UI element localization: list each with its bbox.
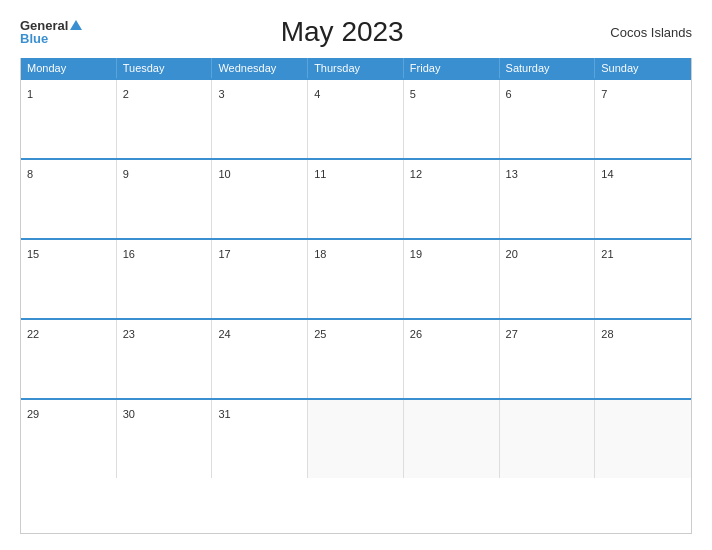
calendar-header-saturday: Saturday <box>500 58 596 78</box>
calendar-cell: 19 <box>404 240 500 318</box>
calendar-cell <box>404 400 500 478</box>
day-number: 4 <box>314 88 320 100</box>
calendar-body: 1234567891011121314151617181920212223242… <box>21 78 691 478</box>
calendar-cell: 6 <box>500 80 596 158</box>
calendar-cell: 9 <box>117 160 213 238</box>
day-number: 6 <box>506 88 512 100</box>
calendar-cell: 29 <box>21 400 117 478</box>
calendar-cell: 1 <box>21 80 117 158</box>
day-number: 15 <box>27 248 39 260</box>
day-number: 13 <box>506 168 518 180</box>
calendar-header-thursday: Thursday <box>308 58 404 78</box>
calendar-week-4: 22232425262728 <box>21 318 691 398</box>
day-number: 16 <box>123 248 135 260</box>
calendar-header-friday: Friday <box>404 58 500 78</box>
calendar-week-1: 1234567 <box>21 78 691 158</box>
calendar-cell: 2 <box>117 80 213 158</box>
calendar-week-5: 293031 <box>21 398 691 478</box>
calendar-week-2: 891011121314 <box>21 158 691 238</box>
calendar-cell: 12 <box>404 160 500 238</box>
calendar-cell: 28 <box>595 320 691 398</box>
day-number: 10 <box>218 168 230 180</box>
calendar-cell: 13 <box>500 160 596 238</box>
month-title: May 2023 <box>82 16 602 48</box>
day-number: 5 <box>410 88 416 100</box>
header: General Blue May 2023 Cocos Islands <box>20 16 692 48</box>
calendar-cell: 30 <box>117 400 213 478</box>
day-number: 1 <box>27 88 33 100</box>
day-number: 29 <box>27 408 39 420</box>
calendar-cell: 5 <box>404 80 500 158</box>
calendar-cell: 23 <box>117 320 213 398</box>
day-number: 27 <box>506 328 518 340</box>
calendar-cell <box>308 400 404 478</box>
day-number: 11 <box>314 168 326 180</box>
day-number: 20 <box>506 248 518 260</box>
calendar-cell: 14 <box>595 160 691 238</box>
calendar-cell: 18 <box>308 240 404 318</box>
day-number: 17 <box>218 248 230 260</box>
day-number: 8 <box>27 168 33 180</box>
calendar-cell: 4 <box>308 80 404 158</box>
day-number: 25 <box>314 328 326 340</box>
day-number: 30 <box>123 408 135 420</box>
calendar-header-sunday: Sunday <box>595 58 691 78</box>
day-number: 26 <box>410 328 422 340</box>
calendar-cell: 17 <box>212 240 308 318</box>
calendar-cell: 24 <box>212 320 308 398</box>
day-number: 19 <box>410 248 422 260</box>
logo: General Blue <box>20 19 82 45</box>
calendar-header-monday: Monday <box>21 58 117 78</box>
day-number: 31 <box>218 408 230 420</box>
calendar-cell: 21 <box>595 240 691 318</box>
calendar-header-row: MondayTuesdayWednesdayThursdayFridaySatu… <box>21 58 691 78</box>
calendar-cell: 8 <box>21 160 117 238</box>
calendar-cell: 20 <box>500 240 596 318</box>
day-number: 2 <box>123 88 129 100</box>
location-label: Cocos Islands <box>602 25 692 40</box>
calendar-cell: 26 <box>404 320 500 398</box>
logo-blue-text: Blue <box>20 32 48 45</box>
day-number: 28 <box>601 328 613 340</box>
day-number: 9 <box>123 168 129 180</box>
calendar-cell: 10 <box>212 160 308 238</box>
calendar-header-wednesday: Wednesday <box>212 58 308 78</box>
day-number: 12 <box>410 168 422 180</box>
calendar-cell: 3 <box>212 80 308 158</box>
calendar-cell: 25 <box>308 320 404 398</box>
day-number: 23 <box>123 328 135 340</box>
calendar-cell <box>595 400 691 478</box>
day-number: 3 <box>218 88 224 100</box>
calendar-cell: 7 <box>595 80 691 158</box>
calendar-header-tuesday: Tuesday <box>117 58 213 78</box>
calendar-cell <box>500 400 596 478</box>
calendar-week-3: 15161718192021 <box>21 238 691 318</box>
day-number: 7 <box>601 88 607 100</box>
calendar-cell: 16 <box>117 240 213 318</box>
day-number: 24 <box>218 328 230 340</box>
day-number: 21 <box>601 248 613 260</box>
day-number: 18 <box>314 248 326 260</box>
calendar-cell: 31 <box>212 400 308 478</box>
page: General Blue May 2023 Cocos Islands Mond… <box>0 0 712 550</box>
calendar-cell: 11 <box>308 160 404 238</box>
calendar: MondayTuesdayWednesdayThursdayFridaySatu… <box>20 58 692 534</box>
day-number: 22 <box>27 328 39 340</box>
calendar-cell: 15 <box>21 240 117 318</box>
logo-triangle-icon <box>70 20 82 30</box>
calendar-cell: 22 <box>21 320 117 398</box>
calendar-cell: 27 <box>500 320 596 398</box>
day-number: 14 <box>601 168 613 180</box>
